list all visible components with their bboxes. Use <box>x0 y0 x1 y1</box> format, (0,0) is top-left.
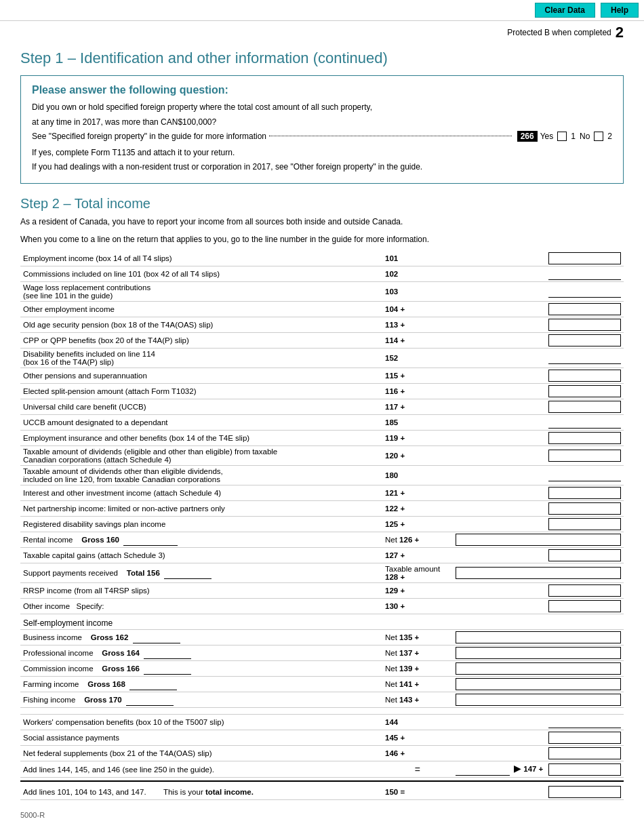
field-127[interactable] <box>548 549 621 561</box>
table-row: Social assistance payments 145 + <box>20 730 624 746</box>
field-129[interactable] <box>548 584 621 597</box>
field-180[interactable] <box>548 469 621 481</box>
step2-desc1: As a resident of Canada, you have to rep… <box>20 216 624 228</box>
field-166[interactable] <box>144 662 191 675</box>
table-row: Taxable amount of dividends other than e… <box>20 466 624 485</box>
table-row: Other pensions and superannuation 115 + <box>20 368 624 384</box>
table-row: CPP or QPP benefits (box 20 of the T4A(P… <box>20 333 624 349</box>
table-row: Workers' compensation benefits (box 10 o… <box>20 715 624 730</box>
field-146[interactable] <box>548 747 621 759</box>
yes-no-group: Yes 1 No 2 <box>540 132 612 141</box>
table-row: Net federal supplements (box 21 of the T… <box>20 746 624 761</box>
step2-title: Step 2 – Total income <box>20 196 624 212</box>
table-row: Farming income Gross 168 Net 141 + <box>20 677 624 692</box>
field-143[interactable] <box>456 694 621 706</box>
yes-num: 1 <box>571 132 576 141</box>
table-row: Rental income Gross 160 Net 126 + <box>20 532 624 548</box>
table-row: Business income Gross 162 Net 135 + <box>20 630 624 646</box>
field-156[interactable] <box>164 567 212 579</box>
q-dots-text: See "Specified foreign property" in the … <box>32 132 266 141</box>
q-line: at any time in 2017, was more than CAN$1… <box>32 117 612 127</box>
table-row: Interest and other investment income (at… <box>20 485 624 501</box>
table-row: Taxable amount of dividends (eligible an… <box>20 446 624 466</box>
table-row: Professional income Gross 164 Net 137 + <box>20 646 624 661</box>
page-number: 2 <box>616 24 624 41</box>
field-130[interactable] <box>548 600 621 612</box>
row-linenum: 101 <box>382 251 546 266</box>
table-row: Other employment income 104 + <box>20 302 624 317</box>
field-144[interactable] <box>548 716 621 728</box>
field-162[interactable] <box>133 631 180 643</box>
field-139[interactable] <box>456 662 621 675</box>
field-128[interactable] <box>456 567 621 579</box>
protected-label: Protected B when completed <box>507 28 611 37</box>
table-row: Commission income Gross 166 Net 139 + <box>20 661 624 677</box>
field-141[interactable] <box>456 678 621 690</box>
field-121[interactable] <box>548 487 621 499</box>
table-row: RRSP income (from all T4RSP slips) 129 + <box>20 583 624 599</box>
table-row: Other income Specify: 130 + <box>20 599 624 614</box>
field-102[interactable] <box>548 268 621 280</box>
line-266: 266 <box>517 131 538 142</box>
table-row: Wage loss replacement contributions(see … <box>20 282 624 302</box>
table-row: Universal child care benefit (UCCB) 117 … <box>20 399 624 415</box>
field-101[interactable] <box>548 252 621 264</box>
table-row: Employment income (box 14 of all T4 slip… <box>20 251 624 266</box>
question-box: Please answer the following question: Di… <box>20 75 624 184</box>
field-104[interactable] <box>548 303 621 315</box>
field-170[interactable] <box>126 694 174 706</box>
field-126[interactable] <box>456 534 621 546</box>
table-row: Support payments received Total 156 Taxa… <box>20 563 624 583</box>
table-row: Net partnership income: limited or non-a… <box>20 501 624 517</box>
field-115[interactable] <box>548 370 621 382</box>
field-137[interactable] <box>456 647 621 659</box>
field-168[interactable] <box>129 678 177 690</box>
self-employment-header: Self-employment income <box>20 614 624 630</box>
field-122[interactable] <box>548 502 621 515</box>
field-164[interactable] <box>144 647 191 659</box>
q-text2: at any time in 2017, was more than CAN$1… <box>32 117 216 127</box>
no-label: No <box>580 132 590 141</box>
field-119[interactable] <box>548 432 621 444</box>
table-row: Elected split-pension amount (attach For… <box>20 384 624 399</box>
q-note1: If yes, complete Form T1135 and attach i… <box>32 147 612 159</box>
field-113[interactable] <box>548 319 621 331</box>
q-note2: If you had dealings with a non-resident … <box>32 161 612 173</box>
top-bar: Clear Data Help <box>0 0 644 21</box>
field-160[interactable] <box>123 534 178 546</box>
table-row: Taxable capital gains (attach Schedule 3… <box>20 548 624 563</box>
income-table: Employment income (box 14 of all T4 slip… <box>20 251 624 800</box>
field-114[interactable] <box>548 334 621 346</box>
dots-line <box>269 136 512 136</box>
field-152[interactable] <box>548 352 621 364</box>
field-120[interactable] <box>548 450 621 462</box>
help-button[interactable]: Help <box>601 3 639 18</box>
q-text1: Did you own or hold specified foreign pr… <box>32 102 612 113</box>
table-row: Disability benefits included on line 114… <box>20 349 624 368</box>
field-145[interactable] <box>548 732 621 744</box>
yes-label: Yes <box>540 132 554 141</box>
field-125[interactable] <box>548 518 621 530</box>
table-row: Registered disability savings plan incom… <box>20 517 624 532</box>
clear-data-button[interactable]: Clear Data <box>535 3 595 18</box>
field-135[interactable] <box>456 631 621 643</box>
field-150[interactable] <box>548 786 621 798</box>
field-185[interactable] <box>548 416 621 429</box>
no-num: 2 <box>607 132 612 141</box>
step2-desc2: When you come to a line on the return th… <box>20 233 624 245</box>
table-row: Old age security pension (box 18 of the … <box>20 317 624 333</box>
field-103[interactable] <box>548 285 621 298</box>
no-checkbox[interactable] <box>594 132 603 141</box>
yes-checkbox[interactable] <box>557 132 567 141</box>
question-heading: Please answer the following question: <box>32 84 612 96</box>
field-116[interactable] <box>548 385 621 397</box>
table-row: Employment insurance and other benefits … <box>20 431 624 446</box>
table-row: Commissions included on line 101 (box 42… <box>20 266 624 282</box>
row-input <box>546 251 624 266</box>
field-147[interactable] <box>548 763 621 776</box>
field-117[interactable] <box>548 401 621 413</box>
q-dots-line: See "Specified foreign property" in the … <box>32 131 612 142</box>
step1-title: Step 1 – Identification and other inform… <box>20 49 624 67</box>
table-row: Fishing income Gross 170 Net 143 + <box>20 692 624 708</box>
field-147-sub[interactable] <box>456 763 510 776</box>
